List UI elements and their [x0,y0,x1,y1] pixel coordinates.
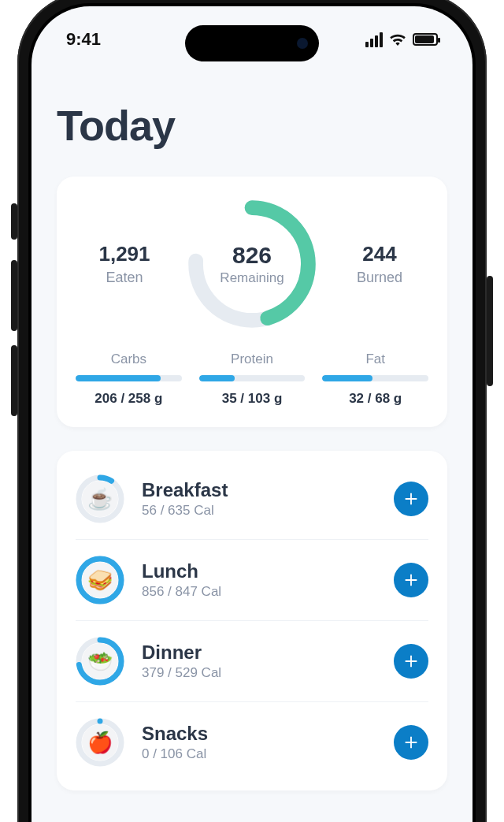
meal-row-lunch[interactable]: 🥪Lunch856 / 847 Cal [76,540,428,621]
food-icon: 🥪 [82,562,118,598]
status-bar: 9:41 [32,6,472,73]
add-food-button[interactable] [394,482,428,516]
macro-value: 206 / 258 g [76,391,182,407]
macro-label: Protein [199,351,306,367]
meal-calories: 379 / 529 Cal [142,665,394,681]
meal-name: Breakfast [142,479,394,501]
power-button [487,276,493,386]
food-icon: ☕ [82,481,118,517]
burned-stat: 244 Burned [331,242,428,286]
food-icon: 🍎 [82,724,118,761]
volume-mute-button [11,203,17,240]
add-food-button[interactable] [394,725,428,760]
macro-label: Fat [322,351,428,367]
meal-progress-icon: 🥗 [76,637,124,686]
battery-icon [413,33,438,46]
macro-value: 35 / 103 g [199,391,306,407]
volume-up-button [11,260,17,331]
meal-row-breakfast[interactable]: ☕Breakfast56 / 635 Cal [76,459,428,540]
meal-calories: 856 / 847 Cal [142,584,394,600]
macro-value: 32 / 68 g [322,391,428,407]
wifi-icon [389,33,406,46]
macro-carbs: Carbs206 / 258 g [76,351,182,407]
remaining-value: 826 [232,242,272,269]
phone-frame: 9:41 Today 1,291 [17,0,487,822]
add-food-button[interactable] [394,644,428,679]
meal-name: Lunch [142,560,394,582]
status-time: 9:41 [66,29,101,50]
burned-value: 244 [331,242,428,266]
macro-fat: Fat32 / 68 g [322,351,428,407]
page-title: Today [57,101,447,150]
eaten-value: 1,291 [76,242,173,266]
burned-label: Burned [331,270,428,286]
macro-bar [322,375,428,381]
macro-label: Carbs [76,351,182,367]
meal-name: Dinner [142,642,394,664]
meal-row-dinner[interactable]: 🥗Dinner379 / 529 Cal [76,621,428,702]
summary-card: 1,291 Eaten 826 Rem [57,177,447,427]
food-icon: 🥗 [82,643,118,679]
meal-progress-icon: 🍎 [76,718,124,767]
screen: 9:41 Today 1,291 [32,6,472,822]
eaten-stat: 1,291 Eaten [76,242,173,286]
meal-name: Snacks [142,723,394,745]
volume-down-button [11,345,17,416]
meal-row-snacks[interactable]: 🍎Snacks0 / 106 Cal [76,702,428,783]
macro-protein: Protein35 / 103 g [199,351,306,407]
macro-bar [199,375,306,381]
meal-calories: 56 / 635 Cal [142,503,394,519]
eaten-label: Eaten [76,270,173,286]
remaining-label: Remaining [220,270,284,286]
meals-card: ☕Breakfast56 / 635 Cal🥪Lunch856 / 847 Ca… [57,451,447,790]
remaining-gauge: 826 Remaining [181,197,323,331]
meal-calories: 0 / 106 Cal [142,746,394,762]
meal-progress-icon: 🥪 [76,556,124,604]
meal-progress-icon: ☕ [76,474,124,523]
add-food-button[interactable] [394,563,428,597]
cellular-icon [365,32,383,47]
macro-bar [76,375,182,381]
